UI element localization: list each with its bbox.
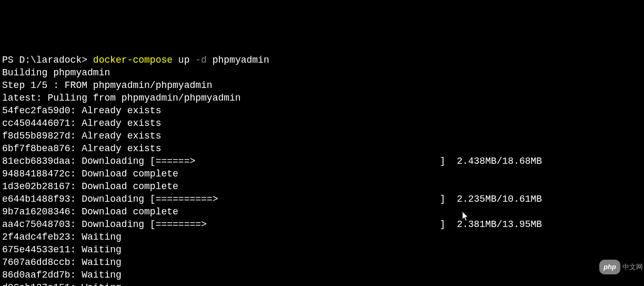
- command-arg: phpmyadmin: [207, 55, 269, 65]
- layer-line: 54fec2fa59d0: Already exists: [2, 104, 642, 117]
- layer-line: 6bf7f8bea876: Already exists: [2, 142, 642, 155]
- watermark: php 中文网: [599, 260, 643, 274]
- layer-line: 2f4adc4feb23: Waiting: [2, 231, 642, 243]
- layer-line: aa4c75048703: Downloading [========> ] 2…: [2, 218, 642, 231]
- prompt-prefix: PS D:\laradock>: [2, 55, 93, 65]
- watermark-text: 中文网: [622, 261, 643, 273]
- layer-line: 9b7a16208346: Download complete: [2, 205, 642, 218]
- build-line: Step 1/5 : FROM phpmyadmin/phpmyadmin: [2, 79, 642, 92]
- terminal-output[interactable]: PS D:\laradock> docker-compose up -d php…: [2, 54, 642, 286]
- layer-line: 86d0aaf2dd7b: Waiting: [2, 269, 642, 281]
- layer-line: e644b1488f93: Downloading [==========> ]…: [2, 193, 642, 205]
- layer-line: 94884188472c: Download complete: [2, 167, 642, 180]
- php-badge: php: [599, 260, 620, 274]
- command-sub: up: [173, 55, 195, 65]
- prompt-line: PS D:\laradock> docker-compose up -d php…: [2, 54, 642, 66]
- build-line: latest: Pulling from phpmyadmin/phpmyadm…: [2, 92, 642, 104]
- layer-line: 81ecb6839daa: Downloading [======> ] 2.4…: [2, 155, 642, 167]
- layer-line: f8d55b89827d: Already exists: [2, 130, 642, 142]
- layer-line: d06ab127a151: Waiting: [2, 281, 642, 286]
- layer-line: 1d3e02b28167: Download complete: [2, 180, 642, 193]
- command-flag: -d: [195, 55, 207, 65]
- layer-line: 7607a6dd8ccb: Waiting: [2, 256, 642, 269]
- layer-line: 675e44533e11: Waiting: [2, 243, 642, 256]
- php-badge-text: php: [603, 261, 616, 273]
- command-name: docker-compose: [93, 55, 173, 65]
- build-line: Building phpmyadmin: [2, 66, 642, 79]
- layer-line: cc4504446071: Already exists: [2, 117, 642, 130]
